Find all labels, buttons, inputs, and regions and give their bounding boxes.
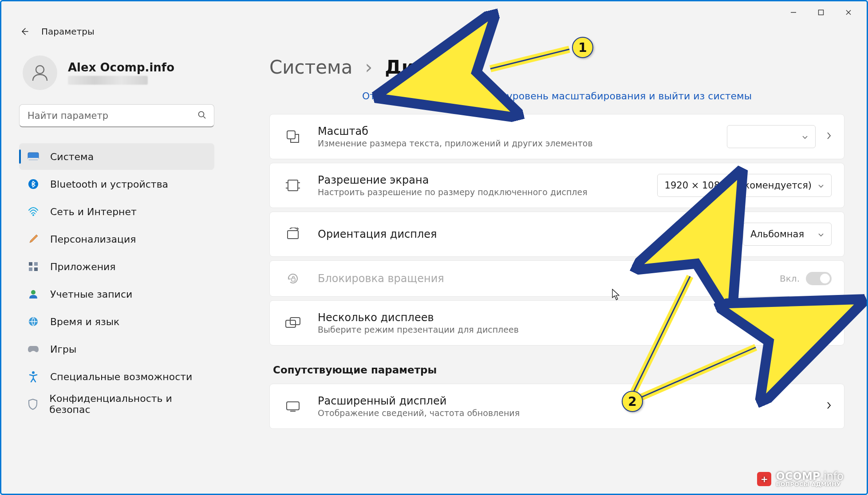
nav-item-system[interactable]: Система bbox=[19, 143, 214, 170]
nav-item-accessibility[interactable]: Специальные возможности bbox=[19, 363, 214, 390]
arrow-left-icon bbox=[19, 26, 30, 37]
search-box[interactable] bbox=[19, 104, 214, 127]
nav-label: Время и язык bbox=[50, 316, 119, 327]
profile-name: Alex Ocomp.info bbox=[68, 61, 174, 74]
chevron-down-icon bbox=[818, 180, 824, 191]
svg-point-5 bbox=[199, 112, 204, 117]
scale-title: Масштаб bbox=[318, 125, 727, 138]
nav-label: Конфиденциальность и безопас bbox=[49, 393, 206, 415]
svg-point-17 bbox=[32, 371, 35, 374]
minimize-button[interactable] bbox=[780, 4, 807, 21]
search-input[interactable] bbox=[19, 104, 214, 127]
svg-rect-14 bbox=[34, 267, 38, 271]
breadcrumb-current: Дисплей bbox=[385, 56, 477, 78]
nav-item-network[interactable]: Сеть и Интернет bbox=[19, 198, 214, 225]
rotation-lock-card: Блокировка вращения Вкл. bbox=[269, 260, 844, 297]
multiple-displays-icon bbox=[282, 316, 304, 330]
nav-label: Игры bbox=[50, 344, 76, 355]
advanced-desc: Отображение сведений, частота обновления bbox=[318, 408, 826, 418]
gaming-icon bbox=[27, 343, 39, 355]
resolution-dropdown[interactable]: 1920 × 1080 (рекомендуется) bbox=[657, 174, 832, 197]
close-button[interactable] bbox=[835, 4, 862, 21]
svg-rect-18 bbox=[287, 131, 295, 139]
advanced-display-icon bbox=[282, 401, 304, 412]
rotation-lock-state: Вкл. bbox=[780, 273, 800, 284]
rotation-lock-icon bbox=[282, 271, 304, 286]
svg-rect-13 bbox=[29, 267, 32, 271]
chevron-right-icon[interactable] bbox=[826, 401, 832, 412]
orientation-title: Ориентация дисплея bbox=[318, 228, 743, 240]
scale-desc: Изменение размера текста, приложений и д… bbox=[318, 138, 727, 148]
svg-point-4 bbox=[36, 66, 44, 74]
chevron-down-icon bbox=[818, 229, 824, 240]
nav-item-bluetooth[interactable]: Bluetooth и устройства bbox=[19, 171, 214, 197]
rotation-lock-toggle bbox=[806, 272, 832, 285]
multiple-displays-card[interactable]: Несколько дисплеев Выберите режим презен… bbox=[269, 300, 844, 346]
svg-rect-8 bbox=[28, 158, 39, 160]
svg-rect-24 bbox=[287, 402, 299, 410]
orientation-icon bbox=[282, 228, 304, 241]
avatar bbox=[23, 55, 57, 90]
scale-signout-link[interactable]: Отключить настраиваемый уровень масштаби… bbox=[269, 90, 844, 102]
rotation-lock-title: Блокировка вращения bbox=[318, 272, 780, 285]
bluetooth-icon bbox=[27, 178, 39, 190]
svg-rect-20 bbox=[288, 231, 298, 239]
scale-icon bbox=[282, 129, 304, 144]
resolution-title: Разрешение экрана bbox=[318, 174, 657, 186]
nav-item-personalization[interactable]: Персонализация bbox=[19, 226, 214, 252]
network-icon bbox=[27, 205, 39, 218]
main-content: Система › Дисплей Отключить настраиваемы… bbox=[232, 42, 867, 491]
scale-card[interactable]: Масштаб Изменение размера текста, прилож… bbox=[269, 114, 844, 159]
svg-rect-21 bbox=[292, 278, 295, 281]
back-button[interactable] bbox=[18, 25, 31, 38]
svg-line-6 bbox=[204, 117, 206, 119]
chevron-down-icon[interactable] bbox=[823, 319, 832, 327]
watermark: + OCOMP.info ВОПРОСЫ АДМИНУ bbox=[757, 470, 844, 487]
profile-block[interactable]: Alex Ocomp.info bbox=[19, 51, 214, 101]
chevron-right-icon: › bbox=[365, 56, 372, 78]
chevron-right-icon[interactable] bbox=[826, 131, 832, 142]
system-icon bbox=[27, 150, 39, 163]
svg-rect-12 bbox=[34, 262, 38, 266]
resolution-card[interactable]: Разрешение экрана Настроить разрешение п… bbox=[269, 163, 844, 208]
person-icon bbox=[30, 63, 50, 82]
search-icon bbox=[197, 110, 206, 121]
nav-label: Приложения bbox=[50, 261, 116, 272]
chevron-down-icon bbox=[802, 131, 808, 142]
orientation-dropdown[interactable]: Альбомная bbox=[743, 223, 832, 246]
breadcrumb-root[interactable]: Система bbox=[269, 56, 352, 78]
nav-item-apps[interactable]: Приложения bbox=[19, 253, 214, 280]
nav-label: Учетные записи bbox=[50, 289, 132, 300]
nav-item-privacy[interactable]: Конфиденциальность и безопас bbox=[19, 391, 214, 417]
advanced-display-card[interactable]: Расширенный дисплей Отображение сведений… bbox=[269, 384, 844, 429]
nav-item-time-language[interactable]: Время и язык bbox=[19, 308, 214, 335]
svg-point-15 bbox=[31, 290, 36, 295]
nav: Система Bluetooth и устройства Сеть и Ин… bbox=[19, 143, 214, 417]
apps-icon bbox=[27, 260, 39, 273]
svg-rect-1 bbox=[819, 10, 824, 15]
orientation-card[interactable]: Ориентация дисплея Альбомная bbox=[269, 212, 844, 257]
multiple-desc: Выберите режим презентации для дисплеев bbox=[318, 325, 823, 334]
related-header: Сопутствующие параметры bbox=[273, 364, 844, 376]
accessibility-icon bbox=[27, 370, 39, 383]
advanced-title: Расширенный дисплей bbox=[318, 395, 826, 407]
nav-label: Сеть и Интернет bbox=[50, 206, 137, 217]
minimize-icon bbox=[790, 9, 797, 16]
maximize-button[interactable] bbox=[807, 4, 835, 21]
svg-rect-19 bbox=[288, 180, 298, 191]
scale-dropdown[interactable] bbox=[727, 125, 816, 148]
nav-label: Персонализация bbox=[50, 234, 136, 245]
nav-item-accounts[interactable]: Учетные записи bbox=[19, 281, 214, 307]
time-language-icon bbox=[27, 315, 39, 328]
resolution-icon bbox=[282, 179, 304, 192]
svg-point-10 bbox=[32, 214, 34, 216]
watermark-cross-icon: + bbox=[757, 472, 771, 486]
privacy-icon bbox=[27, 398, 39, 410]
nav-label: Система bbox=[50, 151, 94, 162]
nav-label: Специальные возможности bbox=[50, 371, 192, 382]
breadcrumb: Система › Дисплей bbox=[269, 56, 844, 78]
maximize-icon bbox=[818, 9, 824, 16]
personalization-icon bbox=[27, 233, 39, 245]
nav-item-gaming[interactable]: Игры bbox=[19, 336, 214, 362]
nav-label: Bluetooth и устройства bbox=[50, 179, 168, 190]
